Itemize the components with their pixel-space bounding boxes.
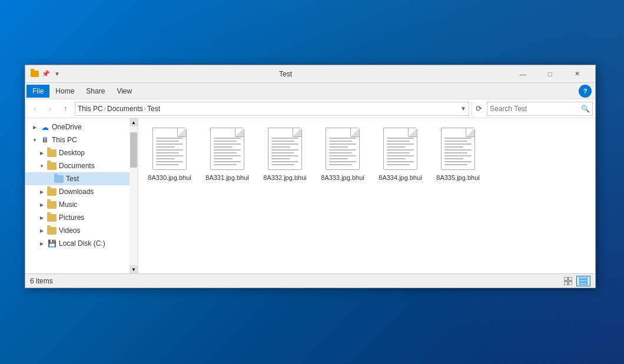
up-button[interactable]: ↑ — [58, 102, 72, 116]
doc-line — [329, 161, 356, 162]
list-item[interactable]: 8A335.jpg.bhui — [432, 123, 484, 184]
close-button[interactable]: ✕ — [563, 65, 590, 83]
doc-line — [387, 149, 414, 151]
list-view-button[interactable] — [576, 276, 590, 286]
window-title: Test — [64, 70, 507, 78]
doc-line — [271, 143, 298, 145]
list-item[interactable]: 8A331.jpg.bhui — [201, 123, 254, 184]
toggle-desktop[interactable]: ▶ — [37, 146, 47, 159]
sidebar-item-documents[interactable]: ▼ Documents — [25, 159, 138, 172]
sidebar-scrollbar[interactable]: ▲ ▼ — [130, 118, 138, 273]
help-button[interactable]: ? — [579, 85, 592, 98]
menu-share[interactable]: Share — [80, 85, 111, 98]
toggle-onedrive[interactable]: ▶ — [30, 121, 39, 133]
doc-line — [271, 158, 290, 159]
file-name: 8A333.jpg.bhui — [321, 173, 364, 182]
document-icon — [441, 128, 475, 170]
onedrive-label: OneDrive — [52, 123, 82, 131]
doc-line — [214, 149, 241, 151]
grid-view-button[interactable] — [561, 276, 575, 286]
search-box[interactable]: 🔍 — [487, 102, 593, 116]
doc-line — [271, 161, 298, 162]
sidebar-item-local-disk[interactable]: ▶ 💾 Local Disk (C:) — [25, 237, 138, 250]
svg-rect-3 — [569, 282, 572, 285]
doc-lines — [271, 138, 298, 165]
doc-line — [444, 155, 472, 156]
sidebar-item-test[interactable]: Test — [25, 172, 138, 185]
doc-line — [156, 141, 179, 142]
sidebar-item-pictures[interactable]: ▶ Pictures — [25, 211, 138, 224]
back-button[interactable]: ‹ — [28, 102, 42, 116]
dropdown-icon: ▼ — [52, 70, 62, 78]
address-bar[interactable]: This PC › Documents › Test ▼ — [75, 102, 469, 116]
toggle-pictures[interactable]: ▶ — [37, 211, 47, 224]
svg-rect-6 — [579, 283, 588, 285]
toggle-music[interactable]: ▶ — [37, 198, 47, 211]
minimize-button[interactable]: — — [509, 65, 536, 83]
documents-label: Documents — [107, 105, 143, 113]
sidebar-item-music[interactable]: ▶ Music — [25, 198, 138, 211]
toggle-local-disk[interactable]: ▶ — [37, 237, 47, 250]
toggle-downloads[interactable]: ▶ — [37, 185, 47, 198]
menu-home[interactable]: Home — [49, 85, 80, 98]
list-item[interactable]: 8A334.jpg.bhui — [374, 123, 427, 184]
file-icon-wrapper — [207, 125, 248, 172]
address-this-pc: This PC › — [78, 105, 106, 113]
doc-line — [156, 152, 179, 153]
maximize-button[interactable]: □ — [536, 65, 563, 83]
menu-file[interactable]: File — [26, 85, 49, 98]
doc-line — [387, 138, 414, 139]
sidebar-item-downloads[interactable]: ▶ Downloads — [25, 185, 138, 198]
doc-line — [156, 161, 183, 162]
doc-line — [387, 143, 414, 145]
toggle-test — [44, 172, 54, 185]
doc-line — [271, 141, 294, 142]
toggle-documents[interactable]: ▼ — [37, 159, 47, 172]
list-item[interactable]: 8A330.jpg.bhui — [143, 123, 196, 184]
toggle-this-pc[interactable]: ▼ — [30, 133, 39, 146]
local-disk-icon: 💾 — [47, 238, 57, 249]
document-icon — [268, 128, 302, 170]
local-disk-label: Local Disk (C:) — [59, 239, 105, 248]
search-icon[interactable]: 🔍 — [581, 105, 590, 113]
doc-line — [387, 141, 410, 142]
svg-rect-0 — [564, 277, 567, 280]
refresh-button[interactable]: ⟳ — [472, 102, 486, 116]
list-item[interactable]: 8A333.jpg.bhui — [316, 123, 369, 184]
doc-line — [271, 152, 294, 153]
doc-line — [329, 152, 352, 153]
file-icon-wrapper — [380, 125, 421, 172]
search-input[interactable] — [490, 105, 580, 113]
address-dropdown-icon[interactable]: ▼ — [460, 105, 466, 112]
sidebar: ▶ ☁ OneDrive ▼ 🖥 This PC ▶ Des — [25, 118, 138, 273]
doc-line — [444, 138, 472, 139]
doc-line — [444, 141, 467, 142]
list-item[interactable]: 8A332.jpg.bhui — [258, 123, 311, 184]
forward-button[interactable]: › — [43, 102, 57, 116]
doc-line — [156, 149, 183, 151]
music-folder-icon — [47, 199, 57, 210]
file-name: 8A332.jpg.bhui — [263, 173, 306, 182]
test-folder-icon — [54, 173, 64, 184]
document-icon — [210, 128, 244, 170]
explorer-window: 📌 ▼ Test — □ ✕ File Home Share View ? ‹ … — [25, 65, 596, 288]
doc-lines — [444, 138, 472, 165]
window-controls: — □ ✕ — [509, 65, 590, 83]
doc-line — [156, 155, 183, 156]
sidebar-item-videos[interactable]: ▶ Videos — [25, 224, 138, 237]
doc-lines — [329, 138, 356, 165]
file-icon-wrapper — [149, 125, 190, 172]
scroll-thumb[interactable] — [130, 132, 137, 168]
doc-line — [444, 161, 472, 162]
doc-line — [214, 152, 237, 153]
file-name: 8A335.jpg.bhui — [436, 173, 479, 182]
toggle-videos[interactable]: ▶ — [37, 224, 47, 237]
svg-rect-5 — [579, 280, 588, 282]
menu-view[interactable]: View — [111, 85, 138, 98]
sidebar-item-desktop[interactable]: ▶ Desktop — [25, 146, 138, 159]
sidebar-item-onedrive[interactable]: ▶ ☁ OneDrive — [25, 121, 138, 133]
scroll-up-button[interactable]: ▲ — [130, 118, 138, 126]
scroll-down-button[interactable]: ▼ — [130, 265, 138, 273]
sidebar-item-this-pc[interactable]: ▼ 🖥 This PC — [25, 133, 138, 146]
doc-line — [329, 146, 348, 148]
